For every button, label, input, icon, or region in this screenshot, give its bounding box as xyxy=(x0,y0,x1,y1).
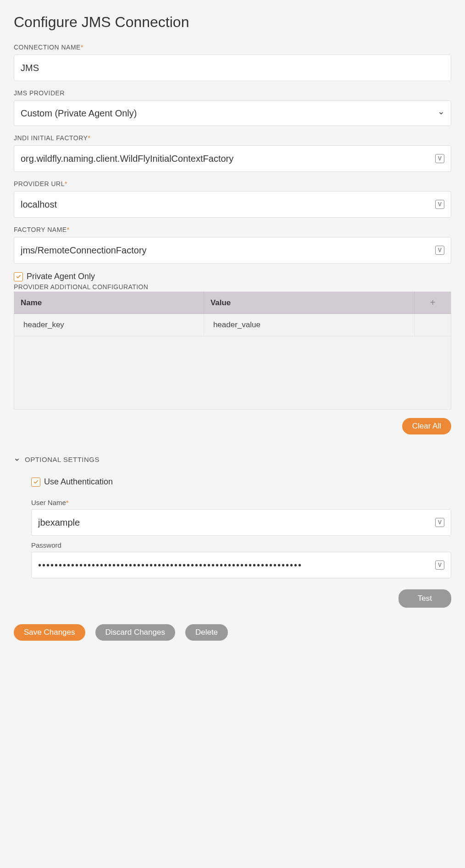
use-auth-label: Use Authentication xyxy=(44,477,113,487)
label-text: PROVIDER URL xyxy=(14,180,65,187)
variable-icon[interactable]: V xyxy=(435,246,444,255)
provider-config-table: Name Value + header_key header_value xyxy=(14,291,451,410)
table-spacer xyxy=(14,336,451,410)
table-row[interactable]: header_key header_value xyxy=(14,314,451,336)
save-button[interactable]: Save Changes xyxy=(14,624,85,641)
table-header-add[interactable]: + xyxy=(415,292,451,314)
password-input[interactable] xyxy=(38,560,432,571)
cell-actions xyxy=(415,314,451,336)
variable-icon[interactable]: V xyxy=(435,154,444,163)
table-header-value: Value xyxy=(204,292,414,314)
required-asterisk: * xyxy=(65,180,67,187)
provider-url-input[interactable] xyxy=(21,199,432,210)
variable-icon[interactable]: V xyxy=(435,560,444,570)
username-input[interactable] xyxy=(38,517,432,528)
jms-provider-value: Custom (Private Agent Only) xyxy=(21,108,438,119)
table-header-name: Name xyxy=(14,292,204,314)
connection-name-input[interactable] xyxy=(21,63,444,73)
input-wrap-provider-url: V xyxy=(14,191,451,218)
private-agent-label: Private Agent Only xyxy=(27,272,95,281)
check-icon xyxy=(16,274,22,280)
clear-all-row: Clear All xyxy=(14,418,451,434)
required-asterisk: * xyxy=(81,44,83,51)
required-asterisk: * xyxy=(67,226,70,233)
optional-settings-toggle[interactable]: OPTIONAL SETTINGS xyxy=(14,453,451,466)
field-factory-name: FACTORY NAME* V xyxy=(14,226,451,264)
label-connection-name: CONNECTION NAME* xyxy=(14,44,451,51)
label-text: CONNECTION NAME xyxy=(14,44,81,51)
field-provider-url: PROVIDER URL* V xyxy=(14,180,451,218)
label-jms-provider: JMS PROVIDER xyxy=(14,89,451,97)
label-provider-url: PROVIDER URL* xyxy=(14,180,451,187)
private-agent-checkbox[interactable] xyxy=(14,272,23,281)
input-wrap-username: V xyxy=(31,509,451,536)
variable-icon[interactable]: V xyxy=(435,518,444,527)
label-username: User Name* xyxy=(31,499,451,506)
use-auth-checkbox[interactable] xyxy=(31,478,40,487)
clear-all-button[interactable]: Clear All xyxy=(402,418,451,434)
field-password: Password V xyxy=(31,541,451,578)
field-username: User Name* V xyxy=(31,499,451,536)
test-row: Test xyxy=(31,589,451,608)
label-password: Password xyxy=(31,541,451,549)
input-wrap-password: V xyxy=(31,552,451,578)
variable-icon[interactable]: V xyxy=(435,200,444,209)
cell-name: header_key xyxy=(14,314,204,336)
jndi-factory-input[interactable] xyxy=(21,154,432,164)
label-text: JNDI INITIAL FACTORY xyxy=(14,134,88,142)
label-text: FACTORY NAME xyxy=(14,226,67,233)
field-jndi-factory: JNDI INITIAL FACTORY* V xyxy=(14,134,451,172)
field-connection-name: CONNECTION NAME* xyxy=(14,44,451,81)
bottom-actions: Save Changes Discard Changes Delete xyxy=(14,624,451,641)
plus-icon: + xyxy=(430,297,436,308)
field-jms-provider: JMS PROVIDER Custom (Private Agent Only) xyxy=(14,89,451,126)
input-wrap-jndi: V xyxy=(14,145,451,172)
delete-button[interactable]: Delete xyxy=(185,624,228,641)
input-wrap-factory-name: V xyxy=(14,237,451,264)
use-auth-row: Use Authentication xyxy=(31,477,451,487)
label-factory-name: FACTORY NAME* xyxy=(14,226,451,233)
check-icon xyxy=(33,479,39,485)
optional-settings-block: Use Authentication User Name* V Password… xyxy=(14,477,451,608)
cell-value: header_value xyxy=(204,314,414,336)
jms-provider-select[interactable]: Custom (Private Agent Only) xyxy=(14,100,451,126)
required-asterisk: * xyxy=(66,499,69,506)
input-wrap-connection-name xyxy=(14,55,451,81)
chevron-down-icon xyxy=(438,110,444,116)
page-title: Configure JMS Connection xyxy=(14,14,451,31)
required-asterisk: * xyxy=(88,134,90,142)
optional-settings-label: OPTIONAL SETTINGS xyxy=(25,456,100,463)
label-text: User Name xyxy=(31,499,66,506)
provider-table-caption: PROVIDER ADDITIONAL CONFIGURATION xyxy=(14,283,451,291)
factory-name-input[interactable] xyxy=(21,245,432,256)
label-jndi-factory: JNDI INITIAL FACTORY* xyxy=(14,134,451,142)
test-button[interactable]: Test xyxy=(399,589,451,608)
private-agent-row: Private Agent Only xyxy=(14,272,451,281)
discard-button[interactable]: Discard Changes xyxy=(95,624,175,641)
chevron-down-icon xyxy=(14,456,20,463)
